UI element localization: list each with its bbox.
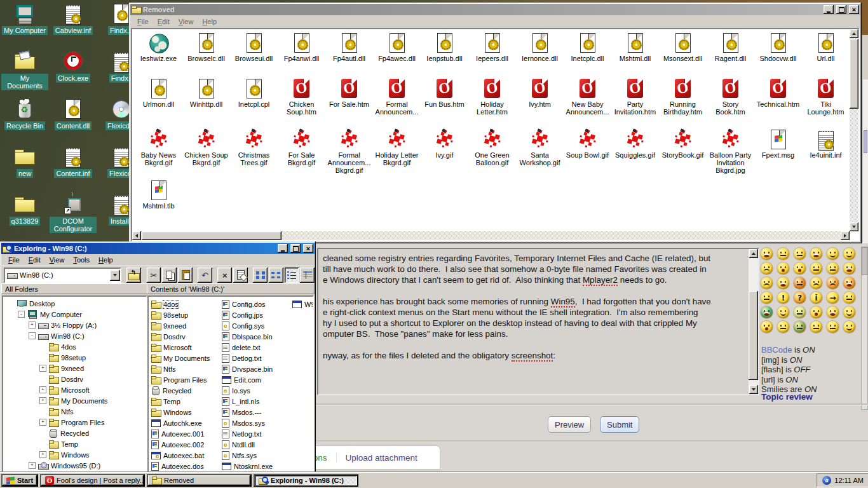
file-item-windows[interactable]: Windows <box>151 407 210 417</box>
tree-item-3-floppy-a-[interactable]: +3½ Floppy (A:) <box>3 320 146 330</box>
file-icon-one-green-balloon-gif[interactable]: One Green Balloon.gif <box>468 130 516 174</box>
smiley-scrollbar-thumb[interactable] <box>862 247 867 275</box>
hscroll-thumb[interactable] <box>142 231 281 240</box>
removed-titlebar[interactable]: Removed × <box>130 4 860 15</box>
file-icon-ieshwiz-exe[interactable]: Ieshwiz.exe <box>135 33 182 62</box>
file-icon-fp4anwi-dll[interactable]: Fp4anwi.dll <box>278 33 325 62</box>
desktop-icon-q313829[interactable]: q313829 <box>1 194 48 226</box>
menu-view[interactable]: View <box>45 255 69 265</box>
file-icon-christmas-trees-gif[interactable]: Christmas Trees.gif <box>230 130 278 174</box>
file-item-my-documents[interactable]: My Documents <box>151 353 210 363</box>
tree-expand-minus[interactable]: - <box>18 311 25 318</box>
smiley-cry[interactable] <box>810 277 822 289</box>
file-item-config-dos[interactable]: Config.dos <box>222 299 273 309</box>
copy-button[interactable] <box>162 268 177 283</box>
file-item-l-intl-nls[interactable]: L_intl.nls <box>222 396 273 407</box>
file-item-9xneed[interactable]: 9xneed <box>151 320 210 331</box>
file-icon-holiday-letter-htm[interactable]: Holiday Letter.htm <box>468 79 516 116</box>
undo-button[interactable]: ↶ <box>198 268 212 283</box>
address-combobox[interactable]: Win98 (C:) <box>4 268 121 283</box>
tree-expand-plus[interactable]: + <box>39 365 46 372</box>
smiley-mrgreen[interactable] <box>761 306 773 318</box>
bbcode-link[interactable]: BBCode <box>761 345 792 355</box>
file-item-program-files[interactable]: Program Files <box>151 374 210 385</box>
file-item-temp[interactable]: Temp <box>151 396 210 407</box>
file-icon-browseui-dll[interactable]: Browseui.dll <box>230 33 278 62</box>
smiley-confused[interactable] <box>810 262 822 274</box>
smiley-smirk[interactable] <box>843 306 855 318</box>
scroll-left-button[interactable] <box>132 231 141 240</box>
task-button-fool-s-design-post-a-reply-[interactable]: Fool's design | Post a reply... <box>40 474 145 487</box>
file-item-microsoft[interactable]: Microsoft <box>151 342 210 353</box>
tree-item-temp[interactable]: Temp <box>3 438 146 449</box>
file-icon-inetcplc-dll[interactable]: Inetcplc.dll <box>564 33 611 62</box>
desktop-icon-new[interactable]: new <box>1 147 48 178</box>
removed-hscrollbar[interactable] <box>132 231 850 240</box>
smiley-hmm[interactable] <box>777 248 789 260</box>
smiley-exclaim[interactable]: ! <box>777 292 789 304</box>
menu-help[interactable]: Help <box>94 255 118 265</box>
tree-expand-plus[interactable]: + <box>39 419 46 426</box>
file-item-w98[interactable]: W98 <box>292 299 314 309</box>
file-icon-msonsext-dll[interactable]: Msonsext.dll <box>659 33 707 62</box>
smiley-uhh[interactable] <box>810 306 822 318</box>
file-icon-chicken-soup-htm[interactable]: Chicken Soup.htm <box>278 79 325 116</box>
smiley-razz[interactable] <box>777 277 789 289</box>
smiley-embarrassed[interactable] <box>794 277 806 289</box>
file-item-config-sys[interactable]: Config.sys <box>222 320 273 331</box>
tree-item-recycled[interactable]: Recycled <box>3 428 146 438</box>
menu-file[interactable]: File <box>4 255 24 265</box>
scroll-up-button[interactable] <box>850 29 858 38</box>
file-item-ntfs[interactable]: Ntfs <box>151 363 210 374</box>
tree-item-4dos[interactable]: 4dos <box>3 341 146 352</box>
details-view-button[interactable] <box>300 268 315 283</box>
file-icon-santa-workshop-gif[interactable]: Santa Workshop.gif <box>516 130 564 174</box>
maximize-button[interactable] <box>836 5 846 14</box>
smiley-arrow[interactable]: → <box>827 292 839 304</box>
close-button[interactable]: × <box>303 244 313 253</box>
file-icon-ivy-htm[interactable]: Ivy.htm <box>516 79 564 116</box>
file-icon-winhttp-dll[interactable]: Winhttp.dll <box>182 79 230 116</box>
file-icon-ienpstub-dll[interactable]: Ienpstub.dll <box>421 33 468 62</box>
smiley-grin[interactable] <box>810 248 822 260</box>
file-item-autochk-exe[interactable]: Autochk.exe <box>151 417 210 428</box>
smiley-stare[interactable] <box>777 321 789 333</box>
menu-edit[interactable]: Edit <box>153 17 174 27</box>
file-icon-formal-announcem-[interactable]: Formal Announcem... <box>373 79 421 116</box>
file-item-recycled[interactable]: Recycled <box>151 385 210 396</box>
message-textarea[interactable]: cleaned some registry entries regarding … <box>317 248 759 395</box>
smiley-cool[interactable] <box>827 262 839 274</box>
topic-review-link[interactable]: Topic review <box>761 392 813 402</box>
tree-expand-plus[interactable]: + <box>39 386 46 393</box>
tree-item-my-documents[interactable]: +My Documents <box>3 395 146 406</box>
smiley-evil[interactable] <box>827 277 839 289</box>
smiley-laugh[interactable] <box>827 306 839 318</box>
combo-drop-button[interactable] <box>110 270 120 281</box>
file-icon-ragent-dll[interactable]: Ragent.dll <box>707 33 754 62</box>
file-icon-fpext-msg[interactable]: Fpext.msg <box>754 130 802 174</box>
file-item-98setup[interactable]: 98setup <box>151 309 210 320</box>
file-icon-story-book-htm[interactable]: Story Book.htm <box>707 79 754 116</box>
task-button-exploring-win98-c-[interactable]: Exploring - Win98 (C:) <box>254 474 358 487</box>
textarea-scrollbar[interactable] <box>749 249 758 394</box>
menu-view[interactable]: View <box>174 17 198 27</box>
file-icon-baby-news-bkgrd-gif[interactable]: Baby News Bkgrd.gif <box>135 130 182 174</box>
task-button-removed[interactable]: Removed <box>147 474 252 487</box>
submit-button[interactable]: Submit <box>600 416 639 433</box>
textarea-scrollbar-thumb[interactable] <box>749 291 758 380</box>
smiley-silenced[interactable] <box>810 321 822 333</box>
desktop-icon-dcom-configurator[interactable]: DCOM Configurator <box>50 194 97 233</box>
file-item-4dos[interactable]: 4dos <box>151 299 210 309</box>
file-item-autoexec-001[interactable]: Autoexec.001 <box>151 428 210 439</box>
smiley-idea[interactable]: i <box>810 292 822 304</box>
file-item-config-jps[interactable]: Config.jps <box>222 309 273 320</box>
file-item-ntoskrnl-exe[interactable]: Ntoskrnl.exe <box>222 461 273 471</box>
file-item-autoexec-002[interactable]: Autoexec.002 <box>151 439 210 450</box>
up-one-level-button[interactable] <box>126 268 141 283</box>
smiley-smile[interactable] <box>827 248 839 260</box>
file-icon-formal-announcem-bkgrd-gif[interactable]: Formal Announcem... Bkgrd.gif <box>325 130 373 174</box>
tree-expand-plus[interactable]: + <box>39 397 46 404</box>
tree-item-desktop[interactable]: Desktop <box>3 298 146 309</box>
close-button[interactable]: × <box>849 5 859 14</box>
minimize-button[interactable] <box>824 5 834 14</box>
